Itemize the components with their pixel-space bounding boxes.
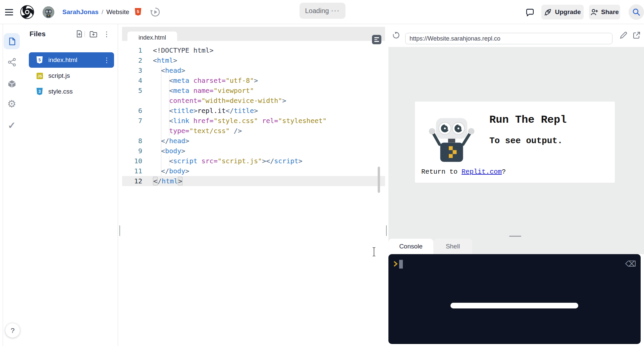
refresh-icon[interactable] xyxy=(391,30,401,40)
files-panel: Files ⋮ 5 index.html⋮ xyxy=(21,24,118,346)
code-line[interactable]: 12</html> xyxy=(122,176,385,186)
packages-icon xyxy=(7,79,16,89)
webview-placeholder-card: Run The Repl To see output. Return to Re… xyxy=(415,102,615,183)
add-file-icon[interactable] xyxy=(74,29,84,39)
file-row-style.css[interactable]: 3 style.css xyxy=(29,84,114,99)
breadcrumb: SarahJonas / Website 5 xyxy=(62,0,161,24)
code-editor-pane: index.html 1<!DOCTYPE html>2<html>3 <hea… xyxy=(122,24,385,346)
history-icon[interactable] xyxy=(150,6,161,18)
code-line[interactable]: 8 </head> xyxy=(122,136,385,146)
webview-content: Run The Repl To see output. Return to Re… xyxy=(388,47,644,254)
loading-dots: ··· xyxy=(331,7,340,15)
code-line[interactable]: 10 <script src="script.js"></script> xyxy=(122,156,385,166)
file-row-index.html[interactable]: 5 index.html⋮ xyxy=(29,52,114,68)
code-line[interactable]: 7 <link href="style.css" rel="stylesheet… xyxy=(122,116,385,126)
svg-text:5: 5 xyxy=(137,9,139,14)
add-folder-icon[interactable] xyxy=(89,29,98,39)
files-panel-header: Files ⋮ xyxy=(21,24,118,44)
breadcrumb-user-link[interactable]: SarahJonas xyxy=(62,8,99,16)
user-avatar[interactable] xyxy=(43,6,54,18)
code-lines[interactable]: 1<!DOCTYPE html>2<html>3 <head>4 <meta c… xyxy=(122,45,385,186)
files-icon xyxy=(7,37,16,46)
breadcrumb-separator: / xyxy=(102,8,103,16)
html-file-icon: 5 xyxy=(36,56,44,64)
webview-card-subtitle: To see output. xyxy=(489,136,562,146)
webview-url-input[interactable] xyxy=(405,33,612,44)
code-line[interactable]: 5 <meta name="viewport" xyxy=(122,85,385,96)
shell-tab-label: Shell xyxy=(446,243,460,250)
terminal-prompt-icon xyxy=(393,261,398,267)
replit-logo-icon[interactable] xyxy=(20,5,34,19)
tab-shell[interactable]: Shell xyxy=(433,239,472,254)
line-number: 5 xyxy=(122,85,150,96)
webview-console-resize-handle[interactable] xyxy=(509,236,521,237)
code-line[interactable]: 9 <body> xyxy=(122,146,385,156)
help-button[interactable]: ? xyxy=(5,323,20,338)
code-line[interactable]: 11 </body> xyxy=(122,166,385,176)
replit-com-link[interactable]: Replit.com xyxy=(462,168,502,176)
clear-console-icon[interactable]: ⌫ xyxy=(625,260,636,269)
rail-item-version-control[interactable] xyxy=(4,54,20,70)
rail-item-checks[interactable]: ✓ xyxy=(4,118,20,134)
replit-robot-illustration xyxy=(426,115,483,165)
file-row-menu-icon[interactable]: ⋮ xyxy=(103,57,110,63)
code-line[interactable]: 6 <title>repl.it</title> xyxy=(122,106,385,116)
code-line[interactable]: 2<html> xyxy=(122,55,385,65)
run-button-loading[interactable]: Loading ··· xyxy=(300,3,345,19)
chat-icon[interactable] xyxy=(524,7,536,18)
editor-webview-resize-handle[interactable] xyxy=(386,225,387,236)
search-icon xyxy=(632,8,641,16)
file-row-script.js[interactable]: JS script.js xyxy=(29,68,114,83)
line-number: 11 xyxy=(122,166,150,176)
mouse-ibeam-cursor xyxy=(372,246,376,257)
svg-text:3: 3 xyxy=(39,89,41,94)
hamburger-menu-icon[interactable] xyxy=(4,7,14,17)
editor-tab-index-html[interactable]: index.html xyxy=(127,32,177,44)
terminal-cursor xyxy=(399,260,403,269)
files-editor-resize-handle[interactable] xyxy=(119,225,120,236)
rail-item-settings[interactable]: ⚙ xyxy=(4,96,20,112)
invite-user-icon xyxy=(590,8,598,16)
line-number xyxy=(122,96,150,106)
version-control-icon xyxy=(7,58,16,67)
files-panel-title: Files xyxy=(30,30,46,38)
code-line[interactable]: 1<!DOCTYPE html> xyxy=(122,45,385,55)
console-terminal[interactable]: ⌫ xyxy=(388,254,641,344)
line-number: 8 xyxy=(122,136,150,146)
webview-toolbar xyxy=(388,24,644,47)
share-button[interactable]: Share xyxy=(589,5,620,19)
header-icons-divider xyxy=(85,31,85,37)
editor-tabstrip: index.html xyxy=(122,27,385,41)
upgrade-button[interactable]: Upgrade xyxy=(541,5,584,19)
edit-url-icon[interactable] xyxy=(619,31,628,40)
file-name-label: script.js xyxy=(48,72,70,79)
code-line[interactable]: content="width=device-width"> xyxy=(122,96,385,106)
breadcrumb-project[interactable]: Website xyxy=(106,8,129,16)
header: SarahJonas / Website 5 Loading ··· xyxy=(0,0,644,24)
line-number: 9 xyxy=(122,146,150,156)
line-number: 2 xyxy=(122,55,150,65)
editor-scrollbar-thumb[interactable] xyxy=(378,167,380,193)
rail-item-files[interactable] xyxy=(4,33,20,49)
rocket-icon xyxy=(544,8,552,16)
checkmark-icon: ✓ xyxy=(8,121,15,130)
line-number: 4 xyxy=(122,75,150,85)
format-code-icon[interactable] xyxy=(372,35,381,44)
tab-console[interactable]: Console xyxy=(388,239,433,254)
search-button[interactable] xyxy=(629,4,644,20)
editor-tab-label: index.html xyxy=(139,34,166,41)
webview-card-title: Run The Repl xyxy=(489,114,567,126)
svg-text:JS: JS xyxy=(38,74,42,78)
line-number: 1 xyxy=(122,45,150,55)
code-line[interactable]: type="text/css" /> xyxy=(122,126,385,136)
code-line[interactable]: 4 <meta charset="utf-8"> xyxy=(122,75,385,85)
loading-label: Loading xyxy=(305,7,329,15)
css-file-icon: 3 xyxy=(36,88,44,96)
code-line[interactable]: 3 <head> xyxy=(122,65,385,75)
replit-workspace: SarahJonas / Website 5 Loading ··· xyxy=(0,0,644,346)
files-panel-menu-icon[interactable]: ⋮ xyxy=(102,29,111,39)
open-in-new-tab-icon[interactable] xyxy=(632,31,641,40)
line-number: 6 xyxy=(122,106,150,116)
upgrade-label: Upgrade xyxy=(555,8,581,16)
rail-item-packages[interactable] xyxy=(4,76,20,92)
